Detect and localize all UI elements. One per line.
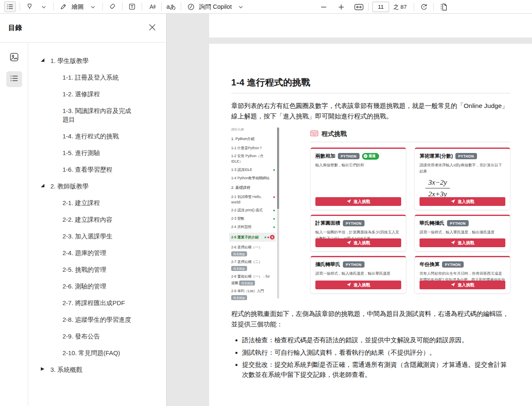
toc-item[interactable]: 1-3. 閱讀課程內容及完成題目 bbox=[62, 106, 166, 124]
outline-item[interactable]: 1. Python介紹 bbox=[231, 136, 276, 142]
formula-numerator: 3x−2y bbox=[425, 178, 450, 188]
outline-item[interactable]: 1-1 什麼是Python？ bbox=[231, 145, 276, 151]
toc-item-label: 2-6. 測驗的管理 bbox=[62, 282, 106, 291]
highlighter-dropdown[interactable] bbox=[38, 2, 50, 13]
enter-challenge-button[interactable]: 進入挑戰 bbox=[315, 238, 401, 247]
outline-item[interactable]: 1-2 安裝 Python（含 IDLE） bbox=[231, 153, 276, 164]
toolbar-separator bbox=[102, 3, 103, 11]
rocket-icon bbox=[451, 199, 455, 204]
read-aloud-button[interactable] bbox=[146, 1, 157, 12]
thumbnails-tab[interactable] bbox=[6, 50, 22, 66]
outline-item[interactable]: 1-3 認識IDLE bbox=[231, 167, 276, 173]
toc-item[interactable]: 2-2. 建立課程內容 bbox=[62, 215, 166, 224]
outline-item-label: 2-1 初試啼聲 Hello, world! bbox=[231, 195, 262, 204]
outline-item[interactable]: 2-3 變數 bbox=[231, 216, 276, 221]
fit-to-width-button[interactable] bbox=[353, 2, 365, 13]
enter-challenge-button[interactable]: 進入挑戰 bbox=[315, 197, 401, 206]
add-text-button[interactable] bbox=[126, 1, 138, 12]
toc-item-label: 2-1. 建立課程 bbox=[62, 198, 100, 207]
outline-scrollbar[interactable] bbox=[277, 128, 279, 298]
status-dot bbox=[273, 218, 275, 220]
enter-challenge-label: 進入挑戰 bbox=[458, 199, 475, 205]
highlighter-button[interactable] bbox=[24, 1, 35, 12]
outline-item[interactable]: 1-4 Python教學相關網站 bbox=[231, 175, 276, 181]
toc-item[interactable]: 1-1. 註冊及登入系統 bbox=[62, 73, 166, 82]
copilot-dropdown[interactable] bbox=[235, 2, 247, 13]
toc-item-label: 1-3. 閱讀課程內容及完成題目 bbox=[62, 106, 137, 124]
zoom-out-button[interactable] bbox=[318, 2, 330, 13]
outline-item[interactable]: 2-1 初試啼聲 Hello, world! bbox=[231, 194, 276, 205]
translate-button[interactable]: aあ bbox=[165, 1, 177, 12]
red-dot-icon bbox=[267, 236, 269, 238]
rocket-icon bbox=[347, 241, 351, 246]
toc-toggle-button[interactable] bbox=[4, 1, 16, 12]
challenge-card: 攝氏轉華氏 PYTHON 請寫一個程式，輸入攝氏溫度，輸出華氏溫度 進入挑戰 bbox=[310, 256, 406, 293]
enter-challenge-button[interactable]: 進入挑戰 bbox=[420, 238, 505, 247]
zoom-in-button[interactable] bbox=[335, 2, 347, 13]
close-toc-button[interactable] bbox=[148, 23, 156, 33]
scrollbar-thumb[interactable] bbox=[277, 128, 279, 209]
page-number-input[interactable] bbox=[372, 2, 389, 12]
toc-item[interactable]: 2-1. 建立課程 bbox=[62, 198, 166, 207]
enter-challenge-button[interactable]: 進入挑戰 bbox=[420, 197, 505, 206]
toc-item[interactable]: 1-5. 進行測驗 bbox=[62, 148, 166, 157]
keyboard-icon bbox=[310, 130, 318, 138]
toolbar-separator bbox=[161, 3, 162, 11]
pdf-viewport[interactable]: 1-4 進行程式的挑戰 章節列表的右方有紅色圓圈及數字，代表該章節有幾題挑戰題，… bbox=[167, 14, 532, 406]
toc-item-label: 1-1. 註冊及登入系統 bbox=[62, 73, 119, 82]
toc-item[interactable]: 1-6. 查看學習歷程 bbox=[62, 165, 166, 174]
section-number: 1-4 bbox=[231, 78, 245, 88]
course-outline-title: 課程大綱 bbox=[231, 128, 276, 132]
outline-item[interactable]: 2-4 資料型態 bbox=[231, 224, 276, 230]
eraser-button[interactable] bbox=[107, 1, 118, 12]
toc-item[interactable]: ◢ 2. 教師版教學 bbox=[41, 182, 166, 190]
card-title: 攝氏轉華氏 bbox=[315, 261, 340, 268]
toc-item[interactable]: 1-4. 進行程式的挑戰 bbox=[62, 132, 166, 140]
toc-item[interactable]: 2-10. 常見問題(FAQ) bbox=[62, 348, 166, 357]
toc-item[interactable]: 2-3. 加入選課學生 bbox=[62, 232, 166, 241]
outline-item[interactable]: 2-5 運算子的介紹 5 bbox=[229, 233, 276, 242]
toc-item-label: 2. 教師版教學 bbox=[50, 182, 89, 190]
feature-list-item: 語法檢查：檢查程式碼是否有語法的錯誤，並提供中文解說及可能的錯誤原因。 bbox=[242, 335, 510, 345]
outline-item[interactable]: 2-6 選擇結構（一） 尚未開放 bbox=[231, 245, 276, 256]
contents-tab[interactable] bbox=[6, 71, 22, 87]
page-view-button[interactable] bbox=[437, 2, 449, 13]
outline-item[interactable]: 2-8 重複結構（一）：for 迴圈 尚未開放 bbox=[231, 274, 276, 286]
toc-state-icon[interactable]: ◢ bbox=[41, 56, 46, 63]
toc-item[interactable]: 1-2. 選修課程 bbox=[62, 90, 166, 98]
rotate-button[interactable] bbox=[418, 2, 430, 13]
outline-item[interactable]: 2-7 選擇結構（二） 尚未開放 bbox=[231, 259, 276, 271]
toc-item-label: 1-2. 選修課程 bbox=[62, 90, 100, 98]
translate-icon: aあ bbox=[167, 3, 176, 11]
toc-item[interactable]: 2-9. 發布公告 bbox=[62, 332, 166, 341]
card-title: 年份換算 bbox=[420, 261, 440, 268]
language-badge: PYTHON bbox=[455, 153, 477, 159]
toc-item[interactable]: 2-7. 將課程匯出成PDF bbox=[62, 298, 166, 307]
challenge-header: 程式挑戰 bbox=[310, 130, 510, 138]
heading-divider bbox=[231, 93, 510, 93]
toc-state-icon[interactable]: ▶ bbox=[41, 365, 46, 372]
card-header: 兩數相加 PYTHON ✓通過 bbox=[315, 153, 401, 160]
card-description: 請寫一個程式，輸入華氏溫度，輸出攝氏溫度 bbox=[420, 229, 505, 235]
toc-item[interactable]: 2-4. 題庫的管理 bbox=[62, 248, 166, 257]
outline-item[interactable]: 2. 基礎課程 bbox=[231, 185, 276, 191]
toc-item[interactable]: ▶ 3. 系統概觀 bbox=[41, 365, 166, 374]
outline-item[interactable]: 2-2 認識 print() 函式 bbox=[231, 208, 276, 213]
enter-challenge-button[interactable]: 進入挑戰 bbox=[420, 281, 505, 289]
toc-item-label: 2-4. 題庫的管理 bbox=[62, 248, 106, 257]
copilot-button[interactable] bbox=[185, 1, 197, 12]
enter-challenge-button[interactable]: 進入挑戰 bbox=[315, 281, 401, 289]
outline-item[interactable]: 2-9 串列（List）入門 尚未開放 bbox=[231, 288, 276, 300]
toc-item[interactable]: 2-5. 挑戰的管理 bbox=[62, 265, 166, 274]
toc-item[interactable]: 2-6. 測驗的管理 bbox=[62, 282, 166, 291]
toc-state-icon[interactable]: ◢ bbox=[41, 182, 46, 188]
outline-item-label: 2-3 變數 bbox=[231, 216, 245, 221]
toc-item[interactable]: 2-8. 追蹤學生的學習進度 bbox=[62, 315, 166, 324]
toc-item[interactable]: ◢ 1. 學生版教學 bbox=[41, 56, 166, 65]
challenge-card: 計算圓面積 PYTHON 輸入一個圓的半徑，計算圓面積為多少(四捨五入至小數點下… bbox=[310, 215, 406, 251]
intro-paragraph: 章節列表的右方有紅色圓圈及數字，代表該章節有幾題挑戰題，就是一般常見的「Onli… bbox=[231, 100, 510, 121]
draw-button[interactable] bbox=[57, 1, 69, 12]
toc-item-label: 2-9. 發布公告 bbox=[62, 332, 100, 341]
draw-dropdown[interactable] bbox=[87, 2, 99, 13]
challenge-indicator: 5 bbox=[265, 235, 275, 240]
